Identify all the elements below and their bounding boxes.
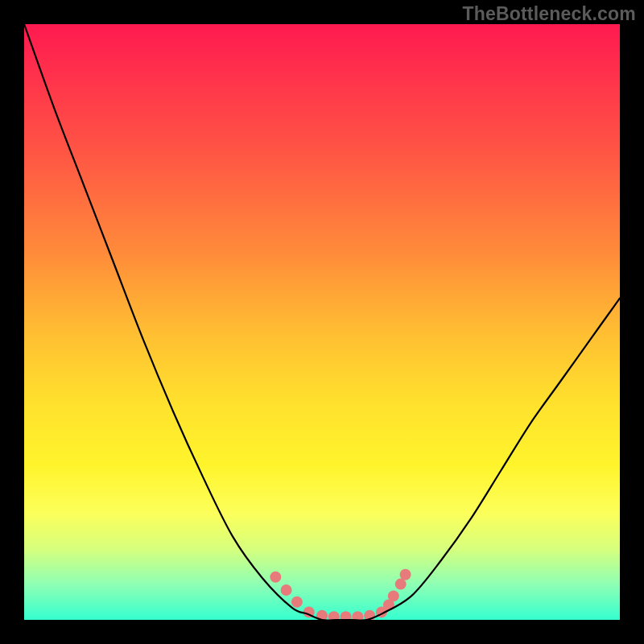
marker-dot: [388, 590, 399, 601]
curve-svg: [24, 24, 620, 620]
bottleneck-curve: [24, 24, 620, 620]
marker-dot: [281, 584, 292, 596]
plot-area: [24, 24, 620, 620]
marker-dot: [341, 611, 352, 620]
attribution-text: TheBottleneck.com: [462, 3, 636, 25]
outer-frame: TheBottleneck.com: [0, 0, 644, 644]
marker-dot: [270, 572, 281, 583]
marker-dot: [291, 597, 303, 608]
marker-dot: [400, 569, 411, 580]
marker-dot: [328, 611, 340, 620]
marker-dot: [352, 611, 363, 620]
markers-group: [270, 569, 411, 620]
